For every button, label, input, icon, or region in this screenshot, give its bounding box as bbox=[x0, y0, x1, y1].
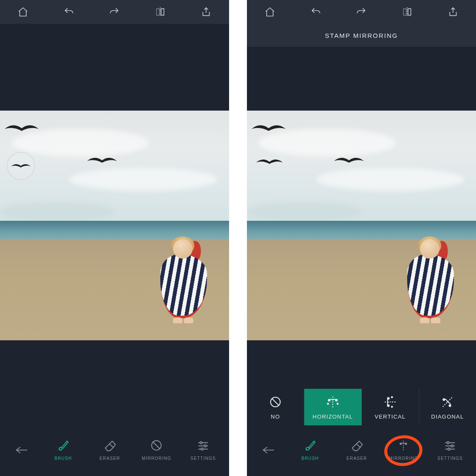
eraser-label: ERASER bbox=[99, 456, 120, 461]
eraser-button[interactable]: ERASER bbox=[87, 439, 133, 461]
top-toolbar bbox=[247, 0, 476, 24]
brush-button[interactable]: BRUSH bbox=[287, 439, 334, 461]
photo-canvas[interactable] bbox=[0, 111, 229, 340]
bottom-toolbar: BRUSH ERASER MIRRORING SETTINGS bbox=[247, 425, 476, 476]
canvas-spacer bbox=[0, 24, 229, 111]
svg-point-11 bbox=[391, 396, 393, 398]
mirroring-label: MIRRORING bbox=[142, 456, 171, 461]
svg-point-12 bbox=[391, 406, 393, 407]
brush-label: BRUSH bbox=[54, 456, 72, 461]
mirroring-button[interactable]: MIRRORING bbox=[380, 439, 427, 461]
redo-icon[interactable] bbox=[349, 0, 373, 24]
share-icon[interactable] bbox=[441, 0, 465, 24]
canvas-spacer bbox=[247, 47, 476, 111]
brush-button[interactable]: BRUSH bbox=[40, 439, 87, 461]
bird-icon bbox=[334, 154, 364, 165]
svg-point-18 bbox=[451, 445, 453, 447]
mirror-vertical-label: VERTICAL bbox=[375, 413, 406, 420]
banner-text: STAMP MIRRORING bbox=[325, 32, 398, 39]
bird-icon bbox=[5, 122, 39, 135]
share-icon[interactable] bbox=[194, 0, 218, 24]
eraser-label: ERASER bbox=[346, 456, 367, 461]
undo-icon[interactable] bbox=[57, 0, 81, 24]
svg-point-17 bbox=[447, 442, 449, 444]
svg-point-7 bbox=[327, 403, 329, 404]
mirror-no-label: NO bbox=[271, 413, 280, 420]
stamp-preview-circle[interactable] bbox=[7, 152, 35, 180]
eraser-button[interactable]: ERASER bbox=[334, 439, 380, 461]
top-toolbar bbox=[0, 0, 229, 24]
mirror-option-vertical[interactable]: VERTICAL bbox=[362, 389, 419, 425]
compare-icon[interactable] bbox=[148, 0, 172, 24]
home-icon[interactable] bbox=[258, 0, 282, 24]
settings-label: SETTINGS bbox=[190, 456, 216, 461]
svg-point-2 bbox=[204, 445, 207, 447]
svg-point-8 bbox=[337, 403, 338, 404]
svg-point-1 bbox=[200, 442, 202, 444]
bird-icon bbox=[256, 157, 283, 168]
redo-icon[interactable] bbox=[102, 0, 126, 24]
bird-icon bbox=[252, 122, 286, 135]
bird-icon bbox=[87, 154, 117, 165]
settings-label: SETTINGS bbox=[437, 456, 463, 461]
photo-subject bbox=[407, 239, 454, 333]
mode-banner: STAMP MIRRORING bbox=[247, 24, 476, 47]
undo-icon[interactable] bbox=[304, 0, 328, 24]
right-screenshot: STAMP MIRRORING NO HORIZONTAL VERTICAL D… bbox=[247, 0, 476, 476]
back-button[interactable] bbox=[249, 446, 287, 454]
mirroring-label: MIRRORING bbox=[389, 456, 418, 461]
mirror-option-no[interactable]: NO bbox=[247, 389, 304, 425]
svg-point-3 bbox=[201, 448, 203, 450]
brush-label: BRUSH bbox=[301, 456, 319, 461]
mirror-option-diagonal[interactable]: DIAGONAL bbox=[419, 389, 476, 425]
back-button[interactable] bbox=[3, 446, 40, 454]
mirroring-button[interactable]: MIRRORING bbox=[133, 439, 180, 461]
mirror-option-horizontal[interactable]: HORIZONTAL bbox=[304, 389, 362, 425]
settings-button[interactable]: SETTINGS bbox=[180, 439, 227, 461]
mirror-options-row: NO HORIZONTAL VERTICAL DIAGONAL bbox=[247, 389, 476, 425]
mirror-horizontal-label: HORIZONTAL bbox=[313, 413, 353, 420]
photo-subject bbox=[160, 239, 207, 333]
compare-icon[interactable] bbox=[395, 0, 419, 24]
home-icon[interactable] bbox=[11, 0, 35, 24]
photo-canvas[interactable] bbox=[247, 111, 476, 340]
panel-gap bbox=[229, 0, 247, 476]
mirror-diagonal-label: DIAGONAL bbox=[431, 413, 464, 420]
settings-button[interactable]: SETTINGS bbox=[427, 439, 473, 461]
bottom-toolbar: BRUSH ERASER MIRRORING SETTINGS bbox=[0, 425, 229, 476]
left-screenshot: BRUSH ERASER MIRRORING SETTINGS bbox=[0, 0, 229, 476]
svg-point-19 bbox=[448, 448, 450, 450]
